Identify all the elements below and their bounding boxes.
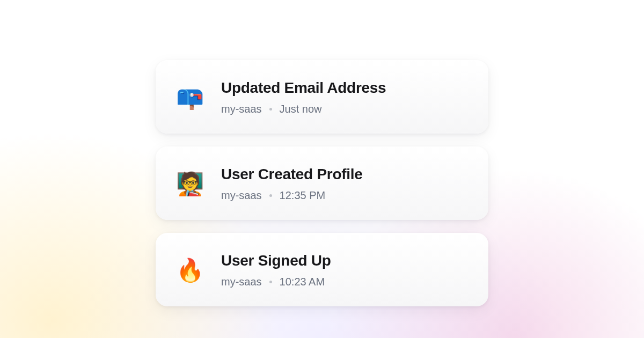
separator-dot <box>269 194 272 197</box>
event-card[interactable]: 📪 Updated Email Address my-saas Just now <box>156 60 488 134</box>
event-card[interactable]: 🧑‍🏫 User Created Profile my-saas 12:35 P… <box>156 146 488 220</box>
event-title: User Created Profile <box>221 166 363 183</box>
event-title: Updated Email Address <box>221 79 386 97</box>
event-source: my-saas <box>221 189 262 202</box>
separator-dot <box>269 281 272 283</box>
event-list: 📪 Updated Email Address my-saas Just now… <box>156 60 488 306</box>
event-meta: my-saas 10:23 AM <box>221 276 331 288</box>
event-content: User Created Profile my-saas 12:35 PM <box>221 166 363 202</box>
event-time: 12:35 PM <box>280 189 326 202</box>
separator-dot <box>269 108 272 111</box>
mailbox-icon: 📪 <box>177 86 203 109</box>
event-meta: my-saas Just now <box>221 103 386 115</box>
event-time: 10:23 AM <box>280 276 325 288</box>
event-meta: my-saas 12:35 PM <box>221 189 363 202</box>
event-card[interactable]: 🔥 User Signed Up my-saas 10:23 AM <box>156 233 488 306</box>
event-source: my-saas <box>221 103 262 115</box>
event-content: User Signed Up my-saas 10:23 AM <box>221 252 331 288</box>
event-source: my-saas <box>221 276 262 288</box>
teacher-icon: 🧑‍🏫 <box>177 173 203 195</box>
fire-icon: 🔥 <box>177 259 203 282</box>
event-time: Just now <box>280 103 322 115</box>
event-content: Updated Email Address my-saas Just now <box>221 79 386 115</box>
event-title: User Signed Up <box>221 252 331 269</box>
